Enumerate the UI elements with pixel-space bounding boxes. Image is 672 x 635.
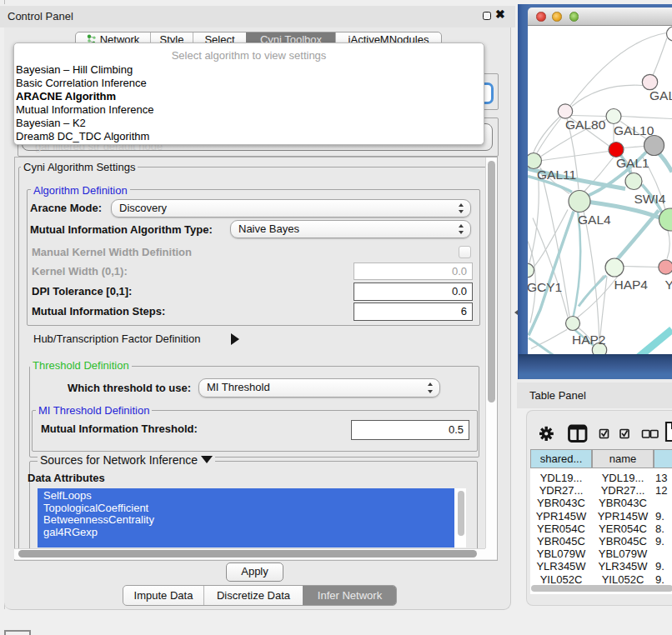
svg-text:Y: Y (665, 278, 672, 292)
svg-text:HAP2: HAP2 (572, 332, 606, 347)
svg-text:SWI4: SWI4 (634, 192, 666, 206)
svg-text:GAL: GAL (649, 88, 672, 102)
svg-text:GCY1: GCY1 (528, 280, 562, 294)
svg-text:GAL4: GAL4 (578, 212, 611, 227)
svg-text:GAL1: GAL1 (616, 156, 649, 170)
svg-text:GAL11: GAL11 (537, 168, 576, 182)
svg-text:GAL10: GAL10 (614, 123, 654, 138)
svg-text:GAL80: GAL80 (565, 118, 606, 132)
svg-text:HAP4: HAP4 (614, 278, 649, 292)
